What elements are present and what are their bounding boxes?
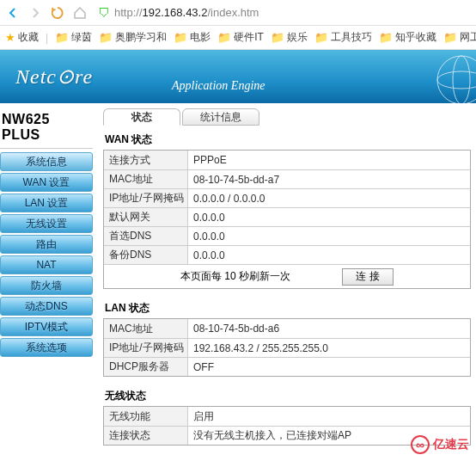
back-icon[interactable] [5,5,21,21]
bookmark-item[interactable]: 📁绿茵 [55,30,92,45]
bookmark-item[interactable]: 📁工具技巧 [314,30,372,45]
device-model: NW625 PLUS [0,110,93,149]
folder-icon: 📁 [271,31,284,44]
row-value: 0.0.0.0 [188,227,470,245]
row-label: 默认网关 [104,208,188,226]
sidebar-item-options[interactable]: 系统选项 [0,338,93,357]
sidebar-item-firewall[interactable]: 防火墙 [0,276,93,295]
row-label: 无线功能 [104,407,188,426]
row-value: OFF [188,358,470,376]
bookmark-item[interactable]: 📁奥鹏学习和 [99,30,167,45]
sidebar-item-wireless[interactable]: 无线设置 [0,214,93,233]
row-label: IP地址/子网掩码 [104,189,188,207]
tab-stats[interactable]: 统计信息 [182,108,259,126]
bookmark-item[interactable]: 📁娱乐 [271,30,308,45]
watermark: ∞ 亿速云 [411,435,469,454]
row-label: IP地址/子网掩码 [104,339,188,357]
row-value: 08-10-74-5b-dd-a6 [188,319,470,338]
favorites-button[interactable]: ★收藏 [5,30,39,45]
star-icon: ★ [5,31,15,44]
sidebar-item-wan[interactable]: WAN 设置 [0,173,93,192]
bookmark-item[interactable]: 📁知乎收藏 [379,30,436,45]
svg-point-2 [453,56,470,103]
row-value: 启用 [188,407,470,426]
globe-icon [423,50,476,103]
row-value: 192.168.43.2 / 255.255.255.0 [188,339,470,357]
folder-icon: 📁 [314,31,328,44]
home-icon[interactable] [72,5,88,21]
tab-status[interactable]: 状态 [103,108,180,126]
row-value: 0.0.0.0 / 0.0.0.0 [188,189,470,207]
address-bar[interactable]: ⛉ http://192.168.43.2/index.htm [98,6,259,20]
folder-icon: 📁 [99,31,113,44]
forward-icon[interactable] [27,5,43,21]
shield-icon: ⛉ [98,6,110,20]
lan-panel: MAC地址08-10-74-5b-dd-a6 IP地址/子网掩码192.168.… [103,318,471,377]
wan-panel: 连接方式PPPoE MAC地址08-10-74-5b-dd-a7 IP地址/子网… [103,150,471,289]
folder-icon: 📁 [55,31,69,44]
sidebar-item-nat[interactable]: NAT [0,255,93,274]
sidebar-item-lan[interactable]: LAN 设置 [0,194,93,212]
row-label: 首选DNS [104,227,188,245]
folder-icon: 📁 [443,31,457,44]
reload-icon[interactable] [50,5,65,21]
row-label: 连接状态 [104,427,188,445]
infinity-icon: ∞ [411,435,430,454]
row-value: 0.0.0.0 [188,246,470,264]
row-label: 备份DNS [104,246,188,264]
row-label: DHCP服务器 [104,358,188,376]
sidebar-item-route[interactable]: 路由 [0,235,93,254]
brand-logo: Netc⊙re [15,65,93,89]
bookmark-item[interactable]: 📁电影 [174,30,211,45]
row-label: 连接方式 [104,151,188,169]
row-label: MAC地址 [104,170,188,188]
url-text: http://192.168.43.2/index.htm [114,6,259,19]
wlan-section-title: 无线状态 [103,384,471,406]
brand-tagline: Application Engine [172,79,265,93]
row-value: 08-10-74-5b-dd-a7 [188,170,470,188]
sidebar-item-iptv[interactable]: IPTV模式 [0,317,93,336]
folder-icon: 📁 [217,31,231,44]
row-value: PPPoE [188,151,470,169]
wan-section-title: WAN 状态 [103,127,471,150]
sidebar-item-ddns[interactable]: 动态DNS [0,297,93,316]
sidebar-item-system-info[interactable]: 系统信息 [0,152,93,171]
bookmark-item[interactable]: 📁硬件IT [217,30,264,45]
app-header: Netc⊙re Application Engine [0,50,476,103]
row-label: MAC地址 [104,319,188,338]
row-value: 0.0.0.0 [188,208,470,226]
bookmark-item[interactable]: 📁网工 [443,30,476,45]
folder-icon: 📁 [174,31,187,44]
folder-icon: 📁 [379,31,393,44]
refresh-note: 本页面每 10 秒刷新一次 [180,269,290,284]
lan-section-title: LAN 状态 [103,296,471,318]
connect-button[interactable]: 连 接 [342,268,394,286]
